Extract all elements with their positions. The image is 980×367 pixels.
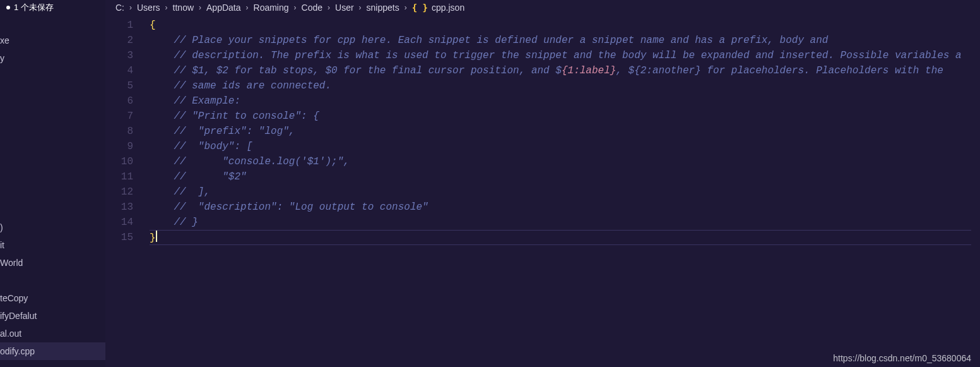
comment-text: description. The prefix is what is used … (192, 50, 961, 61)
chevron-right-icon: › (245, 3, 250, 12)
file-item[interactable]: xe (0, 32, 105, 49)
code-content[interactable]: { // Place your snippets for cpp here. E… (150, 18, 980, 367)
json-file-icon: { } (412, 3, 428, 13)
line-number: 9 (105, 139, 133, 154)
line-number: 5 (105, 78, 133, 93)
comment-text: "$2" (192, 171, 246, 183)
code-line[interactable]: // description. The prefix is what is us… (150, 48, 980, 63)
chevron-right-icon: › (164, 3, 169, 12)
comment-text: Place your snippets for cpp here. Each s… (192, 35, 828, 46)
editor-scrollbar[interactable] (971, 0, 980, 367)
breadcrumb-seg[interactable]: C: (115, 3, 124, 13)
breadcrumb-seg[interactable]: Roaming (254, 3, 289, 13)
code-line[interactable]: // "prefix": "log", (150, 124, 980, 139)
code-line[interactable]: // Place your snippets for cpp here. Eac… (150, 33, 980, 48)
comment-text: Example: (192, 95, 240, 107)
chevron-right-icon: › (358, 3, 363, 12)
code-line[interactable]: // "$2" (150, 169, 980, 184)
comment-text: "console.log('$1');", (192, 156, 350, 167)
code-line[interactable]: // "body": [ (150, 139, 980, 154)
breadcrumb[interactable]: C: › Users › ttnow › AppData › Roaming ›… (105, 0, 980, 15)
line-number: 13 (105, 200, 133, 215)
line-number: 14 (105, 215, 133, 230)
unsaved-indicator: 1 个未保存 (0, 0, 105, 15)
code-line[interactable]: // } (150, 215, 980, 230)
editor-area: C: › Users › ttnow › AppData › Roaming ›… (105, 0, 980, 367)
line-number-gutter: 123456789101112131415 (105, 18, 150, 367)
code-line[interactable]: // "console.log('$1');", (150, 154, 980, 169)
unsaved-label: 1 个未保存 (14, 2, 54, 13)
comment-text: } (192, 217, 198, 228)
code-line[interactable]: // "description": "Log output to console… (150, 200, 980, 215)
breadcrumb-seg[interactable]: Code (302, 3, 322, 13)
chevron-right-icon: › (293, 3, 298, 12)
line-number: 1 (105, 18, 133, 33)
spacer (0, 15, 105, 32)
line-number: 10 (105, 154, 133, 169)
line-number: 8 (105, 124, 133, 139)
file-item[interactable]: ) (0, 219, 105, 236)
breadcrumb-seg[interactable]: AppData (206, 3, 240, 13)
chevron-right-icon: › (128, 3, 133, 12)
comment-text: same ids are connected. (192, 80, 331, 92)
placeholder-label: {2:another} (634, 65, 701, 76)
placeholder-label: {1:label} (562, 65, 616, 76)
code-line[interactable]: // ], (150, 184, 980, 200)
line-number: 12 (105, 184, 133, 200)
file-item-active[interactable]: odify.cpp (0, 342, 105, 360)
file-item[interactable]: al.out (0, 325, 105, 342)
line-number: 15 (105, 230, 133, 245)
comment-text: "description": "Log output to console" (192, 202, 428, 213)
comment-text: ], (192, 186, 210, 198)
file-item[interactable] (0, 272, 105, 289)
comment-text: $1, $2 for tab stops, $0 for the final c… (192, 65, 562, 76)
breadcrumb-file[interactable]: cpp.json (432, 3, 464, 13)
line-number: 11 (105, 169, 133, 184)
breadcrumb-seg[interactable]: User (335, 3, 354, 13)
code-line[interactable]: // same ids are connected. (150, 78, 980, 93)
line-number: 6 (105, 93, 133, 109)
line-number: 7 (105, 109, 133, 124)
file-item[interactable]: teCopy (0, 289, 105, 307)
line-number: 4 (105, 63, 133, 78)
code-line[interactable]: { (150, 18, 980, 33)
code-line[interactable]: // $1, $2 for tab stops, $0 for the fina… (150, 63, 980, 78)
spacer (0, 67, 105, 219)
comment-text: "body": [ (192, 141, 252, 152)
code-line-current[interactable]: } (150, 230, 980, 245)
comment-text: "Print to console": { (192, 111, 319, 122)
file-item[interactable]: World (0, 254, 105, 272)
chevron-right-icon: › (326, 3, 331, 12)
breadcrumb-seg[interactable]: Users (137, 3, 160, 13)
comment-text: "prefix": "log", (192, 126, 295, 137)
file-item[interactable]: y (0, 49, 105, 67)
chevron-right-icon: › (403, 3, 408, 12)
line-number: 3 (105, 48, 133, 63)
file-item[interactable]: it (0, 236, 105, 254)
watermark-text: https://blog.csdn.net/m0_53680064 (833, 353, 971, 363)
breadcrumb-seg[interactable]: ttnow (173, 3, 194, 13)
explorer-sidebar: 1 个未保存 xe y ) it World teCopy ifyDefalut… (0, 0, 105, 367)
dot-icon (6, 6, 10, 9)
chevron-right-icon: › (198, 3, 203, 12)
code-editor[interactable]: 123456789101112131415 { // Place your sn… (105, 15, 980, 367)
text-cursor (156, 231, 157, 242)
breadcrumb-seg[interactable]: snippets (367, 3, 399, 13)
code-line[interactable]: // Example: (150, 93, 980, 109)
line-number: 2 (105, 33, 133, 48)
code-line[interactable]: // "Print to console": { (150, 109, 980, 124)
file-item[interactable]: ifyDefalut (0, 307, 105, 325)
